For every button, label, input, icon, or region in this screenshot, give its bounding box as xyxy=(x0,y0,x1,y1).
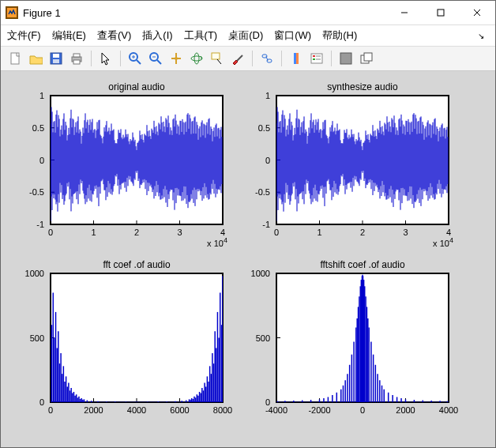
pan-icon[interactable] xyxy=(167,49,186,68)
x-tick: 8000 xyxy=(213,405,232,415)
subplot-fft-coef[interactable]: fft coef .of audio 050010000200040006000… xyxy=(50,273,224,403)
x-tick: 0 xyxy=(48,405,53,415)
plot-line xyxy=(51,96,223,224)
tile-icon[interactable] xyxy=(336,49,355,68)
data-cursor-icon[interactable] xyxy=(208,49,227,68)
svg-rect-23 xyxy=(212,53,220,59)
menu-help[interactable]: 帮助(H) xyxy=(322,28,357,43)
zoom-in-icon[interactable] xyxy=(126,49,145,68)
subplot-synthesize-audio[interactable]: synthesize audio x 104 -1-0.500.5101234 xyxy=(276,95,449,225)
svg-line-25 xyxy=(237,55,242,61)
x-tick: 2000 xyxy=(396,405,415,415)
subplot-fftshift-coef[interactable]: fftshift coef .of audio 05001000-4000-20… xyxy=(276,273,449,403)
toolbar-separator xyxy=(331,51,332,66)
menu-view[interactable]: 查看(V) xyxy=(97,28,131,43)
zoom-out-icon[interactable] xyxy=(146,49,165,68)
x-tick: 4000 xyxy=(439,405,458,415)
colorbar-icon[interactable] xyxy=(287,49,306,68)
x-tick: -2000 xyxy=(308,405,330,415)
svg-rect-38 xyxy=(364,53,372,61)
menu-file[interactable]: 文件(F) xyxy=(7,28,41,43)
brush-icon[interactable] xyxy=(228,49,247,68)
menu-insert[interactable]: 插入(I) xyxy=(142,28,172,43)
svg-rect-6 xyxy=(11,53,19,64)
y-tick: 0 xyxy=(39,156,44,165)
open-icon[interactable] xyxy=(26,49,45,68)
svg-rect-32 xyxy=(313,55,315,57)
legend-icon[interactable] xyxy=(307,49,326,68)
pointer-icon[interactable] xyxy=(96,49,115,68)
close-button[interactable] xyxy=(459,1,495,24)
y-tick: 0.5 xyxy=(32,123,44,133)
svg-rect-36 xyxy=(340,53,351,64)
subplot-title: synthesize audio xyxy=(276,81,449,92)
save-icon[interactable] xyxy=(47,49,66,68)
y-tick: 0 xyxy=(265,156,270,165)
new-icon[interactable] xyxy=(6,49,24,68)
float-icon[interactable] xyxy=(357,49,376,68)
x-tick: 3 xyxy=(403,228,408,237)
subplot-title: fftshift coef .of audio xyxy=(276,259,449,270)
x-tick: 2000 xyxy=(84,405,103,415)
x-tick: -4000 xyxy=(265,405,287,415)
svg-rect-497 xyxy=(51,274,223,402)
x-tick: 1 xyxy=(91,228,96,237)
plot-stem xyxy=(51,273,223,402)
link-icon[interactable] xyxy=(257,49,276,68)
y-tick: 1000 xyxy=(251,269,270,278)
x-tick: 0 xyxy=(360,405,365,415)
plot-line xyxy=(276,96,449,224)
menu-window[interactable]: 窗口(W) xyxy=(274,28,311,43)
plot-stem xyxy=(276,273,449,402)
window-title: Figure 1 xyxy=(23,7,386,19)
subplot-original-audio[interactable]: original audio x 104 -1-0.500.5101234 xyxy=(50,95,224,225)
svg-rect-3 xyxy=(438,9,444,16)
subplot-title: original audio xyxy=(51,81,223,92)
y-tick: 500 xyxy=(256,333,270,343)
minimize-button[interactable] xyxy=(386,1,423,24)
y-tick: -0.5 xyxy=(29,187,44,197)
toolbar-separator xyxy=(91,51,92,66)
menu-tools[interactable]: 工具(T) xyxy=(184,28,218,43)
menu-edit[interactable]: 编辑(E) xyxy=(52,28,86,43)
svg-line-18 xyxy=(157,60,161,64)
x-tick: 2 xyxy=(360,228,365,237)
y-tick: 1 xyxy=(39,91,44,100)
y-tick: -0.5 xyxy=(255,187,270,197)
svg-point-22 xyxy=(194,53,199,64)
toolbar xyxy=(1,47,495,71)
x-tick: 1 xyxy=(317,228,321,237)
svg-point-20 xyxy=(175,57,178,60)
rotate3d-icon[interactable] xyxy=(187,49,206,68)
maximize-button[interactable] xyxy=(423,1,459,24)
x-tick: 4000 xyxy=(127,405,146,415)
svg-rect-9 xyxy=(53,59,59,63)
svg-rect-33 xyxy=(313,58,315,60)
x-tick: 2 xyxy=(134,228,139,237)
toolbar-separator xyxy=(252,51,253,66)
x-tick: 6000 xyxy=(170,405,189,415)
svg-line-14 xyxy=(137,60,141,64)
x-tick: 4 xyxy=(220,228,225,237)
y-tick: -1 xyxy=(262,220,270,229)
menu-overflow-icon[interactable]: ↘ xyxy=(478,32,489,40)
x-exponent-label: x 104 xyxy=(433,236,453,248)
svg-rect-8 xyxy=(53,54,59,58)
svg-rect-12 xyxy=(73,60,80,64)
y-tick: 1 xyxy=(265,91,270,100)
menu-desktop[interactable]: 桌面(D) xyxy=(228,28,263,43)
y-tick: -1 xyxy=(36,220,44,229)
x-exponent-label: x 104 xyxy=(207,236,227,248)
svg-point-21 xyxy=(191,56,202,61)
print-icon[interactable] xyxy=(67,49,86,68)
figure-area: original audio x 104 -1-0.500.5101234 sy… xyxy=(1,71,495,447)
toolbar-separator xyxy=(120,51,121,66)
svg-rect-30 xyxy=(296,53,299,64)
svg-rect-11 xyxy=(73,54,80,57)
subplot-title: fft coef .of audio xyxy=(51,259,223,270)
y-tick: 0.5 xyxy=(258,123,270,133)
y-tick: 500 xyxy=(30,333,44,343)
svg-rect-29 xyxy=(294,53,296,64)
titlebar: Figure 1 xyxy=(1,1,495,25)
toolbar-separator xyxy=(281,51,282,66)
